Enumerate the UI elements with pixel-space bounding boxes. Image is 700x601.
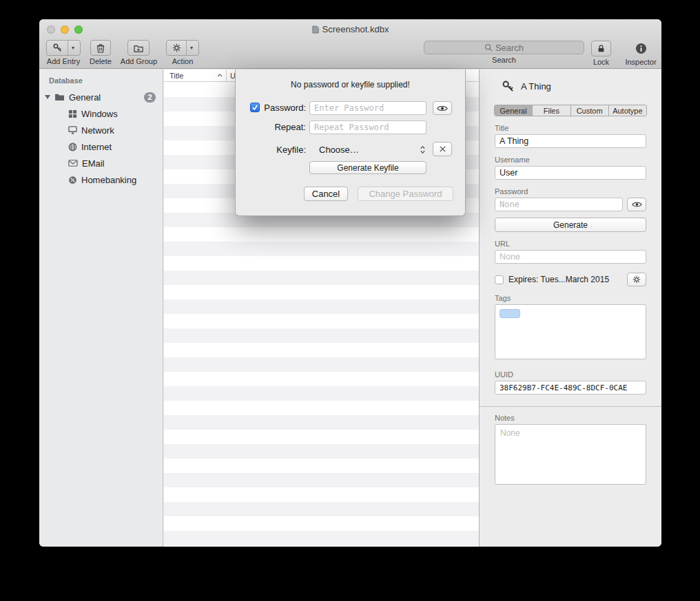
sidebar-item-label: Windows <box>81 109 118 119</box>
sidebar-item-windows[interactable]: Windows <box>39 105 163 122</box>
expires-settings-button[interactable] <box>627 273 646 286</box>
info-circle-icon <box>635 43 647 54</box>
tab-custom[interactable]: Custom <box>570 105 608 116</box>
search-input[interactable]: Search <box>424 41 584 54</box>
section-divider <box>480 406 661 407</box>
repeat-input[interactable] <box>309 120 426 134</box>
inspector-tabs: General Files Custom Autotype <box>494 105 647 116</box>
uuid-field[interactable] <box>495 381 646 394</box>
toolbar-search: Search Search <box>424 41 584 64</box>
tags-label: Tags <box>495 294 646 302</box>
url-field[interactable] <box>495 250 646 264</box>
toolbar-label: Lock <box>593 58 609 66</box>
notes-field[interactable]: None <box>495 424 646 485</box>
column-header-title[interactable]: Title <box>164 70 226 81</box>
sidebar-item-label: Internet <box>81 142 112 152</box>
key-icon <box>52 43 63 53</box>
window-content: Database General 2 Windows <box>39 70 661 547</box>
search-icon <box>484 43 493 52</box>
tag-chip[interactable] <box>500 309 520 318</box>
add-entry-dropdown[interactable]: ▾ <box>68 41 74 55</box>
keyfile-popup-value: Choose… <box>319 145 359 155</box>
eye-icon <box>632 201 642 208</box>
toolbar-add-entry: ▾ Add Entry <box>46 40 81 65</box>
tab-autotype[interactable]: Autotype <box>608 105 646 116</box>
toolbar-lock: Lock <box>591 41 611 66</box>
column-title-label: Title <box>169 72 183 80</box>
sidebar: Database General 2 Windows <box>39 70 163 547</box>
username-label: Username <box>495 156 646 164</box>
reveal-password-button[interactable] <box>627 198 646 211</box>
sidebar-item-email[interactable]: EMail <box>39 155 163 171</box>
expires-label: Expires: Tues...March 2015 <box>508 275 622 284</box>
sidebar-item-general[interactable]: General 2 <box>39 89 163 105</box>
tags-field[interactable] <box>495 304 646 359</box>
window-header: Screenshot.kdbx ▾ Add Entry <box>39 19 661 69</box>
keyfile-popup[interactable]: Choose… <box>309 143 426 156</box>
toolbar-action: ▾ Action <box>166 40 199 65</box>
disclosure-triangle-icon[interactable] <box>45 95 50 99</box>
action-dropdown[interactable]: ▾ <box>186 41 193 55</box>
sidebar-section-header: Database <box>39 75 163 89</box>
trash-icon <box>96 43 105 53</box>
zoom-button[interactable] <box>74 25 83 34</box>
sidebar-item-homebanking[interactable]: Homebanking <box>39 171 163 188</box>
sidebar-item-label: Homebanking <box>81 175 136 185</box>
inspector-toggle-button[interactable] <box>635 41 647 56</box>
window-title: Screenshot.kdbx <box>322 24 389 34</box>
sort-ascending-icon <box>217 74 223 77</box>
sidebar-item-label: EMail <box>82 158 105 169</box>
minimize-button[interactable] <box>61 25 69 34</box>
sidebar-item-label: Network <box>81 125 114 136</box>
title-label: Title <box>495 124 646 132</box>
notes-placeholder: None <box>500 428 520 438</box>
expires-row: Expires: Tues...March 2015 <box>495 273 646 286</box>
clear-keyfile-button[interactable] <box>433 142 452 156</box>
app-window: Screenshot.kdbx ▾ Add Entry <box>39 19 661 547</box>
sidebar-item-label: General <box>69 92 101 103</box>
toolbar-label: Add Group <box>121 57 157 65</box>
titlebar: Screenshot.kdbx <box>39 19 661 39</box>
x-icon <box>439 145 446 153</box>
toolbar-label: Delete <box>90 57 112 65</box>
title-field[interactable] <box>495 134 646 148</box>
toolbar-inspector: Inspector <box>621 41 660 66</box>
generate-keyfile-button[interactable]: Generate Keyfile <box>309 161 426 174</box>
cancel-button[interactable]: Cancel <box>304 187 348 201</box>
toolbar-label: Add Entry <box>47 57 80 65</box>
padlock-icon <box>597 44 605 53</box>
tab-files[interactable]: Files <box>532 105 570 116</box>
gear-icon <box>172 43 181 52</box>
traffic-lights <box>47 25 83 34</box>
document-proxy-icon <box>312 25 319 34</box>
password-field[interactable] <box>495 198 623 211</box>
toolbar: ▾ Add Entry Delete Add Group <box>39 39 661 69</box>
sheet-message: No password or keyfile supplied! <box>236 80 465 89</box>
windows-icon <box>68 109 77 118</box>
expires-checkbox[interactable] <box>495 275 504 284</box>
reveal-password-button[interactable] <box>433 101 452 115</box>
action-button[interactable]: ▾ <box>166 40 199 56</box>
window-title-area: Screenshot.kdbx <box>312 24 389 34</box>
notes-label: Notes <box>495 414 646 422</box>
toolbar-label: Inspector <box>625 58 656 66</box>
change-password-button[interactable]: Change Password <box>358 187 453 201</box>
gear-icon <box>632 275 641 284</box>
tab-general[interactable]: General <box>495 105 532 116</box>
network-icon <box>68 126 77 134</box>
delete-button[interactable] <box>90 40 111 56</box>
username-field[interactable] <box>495 166 646 180</box>
repeat-label: Repeat: <box>236 122 306 132</box>
eye-icon <box>437 105 448 112</box>
generate-password-button[interactable]: Generate <box>495 218 646 232</box>
sidebar-item-network[interactable]: Network <box>39 122 163 138</box>
close-button[interactable] <box>47 25 55 34</box>
add-group-button[interactable] <box>127 40 150 56</box>
add-entry-button[interactable]: ▾ <box>46 40 81 56</box>
entry-title: A Thing <box>521 81 551 92</box>
lock-button[interactable] <box>591 41 611 56</box>
entry-header: A Thing <box>502 80 661 93</box>
percent-icon <box>68 176 77 184</box>
sidebar-item-internet[interactable]: Internet <box>39 138 163 155</box>
password-input[interactable] <box>309 101 426 115</box>
